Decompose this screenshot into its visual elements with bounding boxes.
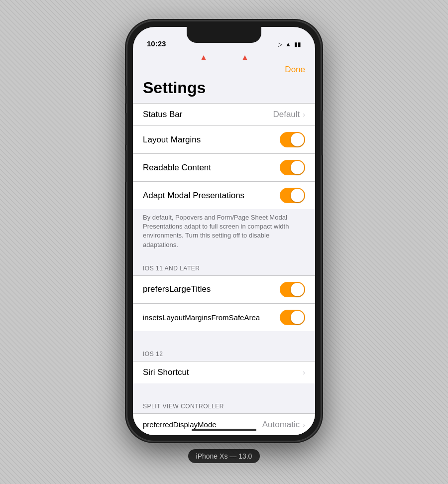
insets-layout-toggle[interactable] — [280, 310, 305, 325]
insets-layout-label: insetsLayoutMarginsFromSafeArea — [143, 313, 260, 322]
mute-button[interactable] — [125, 86, 127, 104]
ios12-header-label: IOS 12 — [143, 351, 163, 358]
preferred-display-mode-value: Automatic — [262, 420, 300, 430]
split-view-group: preferredDisplayMode Automatic › — [133, 413, 315, 435]
readable-content-label: Readable Content — [143, 163, 211, 173]
battery-icon: ▮▮ — [294, 41, 301, 48]
page-title-section: Settings — [133, 77, 315, 103]
status-bar-value: Default — [273, 110, 300, 120]
adapt-modal-toggle[interactable] — [280, 188, 305, 203]
siri-shortcut-label: Siri Shortcut — [143, 367, 189, 377]
prefers-large-titles-toggle[interactable] — [280, 282, 305, 297]
preferred-display-mode-label: preferredDisplayMode — [143, 420, 217, 429]
device-label: iPhone Xs — 13.0 — [188, 449, 260, 463]
screen-content[interactable]: Done Settings Status Bar Default › — [133, 62, 315, 435]
adapt-modal-label: Adapt Modal Presentations — [143, 191, 244, 201]
phone-device: 10:23 ▷ ▲ ▮▮ Done Setti — [127, 21, 321, 441]
phone-screen: 10:23 ▷ ▲ ▮▮ Done Setti — [133, 27, 315, 435]
ios12-header: IOS 12 — [133, 341, 315, 361]
status-icons: ▷ ▲ ▮▮ — [278, 41, 301, 48]
insets-layout-row[interactable]: insetsLayoutMarginsFromSafeArea — [133, 304, 315, 331]
layout-margins-row[interactable]: Layout Margins — [133, 126, 315, 154]
siri-shortcut-right: › — [303, 368, 305, 376]
adapt-description-section: By default, Popovers and Form/Page Sheet… — [133, 209, 315, 255]
siri-shortcut-row[interactable]: Siri Shortcut › — [133, 361, 315, 383]
arrow-up-right — [242, 55, 247, 60]
prefers-large-titles-row[interactable]: prefersLargeTitles — [133, 275, 315, 304]
spacer-1 — [133, 331, 315, 341]
done-bar: Done — [133, 62, 315, 77]
layout-margins-thumb — [291, 133, 304, 146]
spacer-2 — [133, 383, 315, 393]
home-indicator — [192, 429, 256, 431]
layout-margins-label: Layout Margins — [143, 135, 201, 145]
main-settings-group: Status Bar Default › Layout Margins — [133, 103, 315, 209]
notch — [187, 27, 261, 43]
wifi-icon: ▲ — [285, 41, 291, 48]
page-title: Settings — [143, 79, 305, 97]
split-view-header-label: SPLIT VIEW CONTROLLER — [143, 403, 224, 410]
resize-arrows — [133, 53, 315, 63]
location-icon: ▷ — [278, 41, 282, 48]
phone-frame: 10:23 ▷ ▲ ▮▮ Done Setti — [127, 21, 321, 441]
prefers-large-titles-thumb — [291, 283, 304, 296]
readable-content-thumb — [291, 161, 304, 174]
layout-margins-toggle[interactable] — [280, 132, 305, 147]
insets-layout-thumb — [291, 311, 304, 324]
volume-up-button[interactable] — [125, 113, 127, 145]
prefers-large-titles-label: prefersLargeTitles — [143, 284, 211, 294]
power-button[interactable] — [321, 111, 323, 155]
split-view-header: SPLIT VIEW CONTROLLER — [133, 393, 315, 413]
arrow-up-left — [201, 55, 206, 60]
adapt-modal-row[interactable]: Adapt Modal Presentations — [133, 182, 315, 209]
siri-shortcut-chevron: › — [303, 368, 305, 376]
readable-content-row[interactable]: Readable Content — [133, 154, 315, 182]
status-bar-label: Status Bar — [143, 110, 182, 120]
ios11-header-label: IOS 11 AND LATER — [143, 265, 200, 272]
ios11-header: IOS 11 AND LATER — [133, 255, 315, 275]
adapt-description: By default, Popovers and Form/Page Sheet… — [143, 213, 305, 249]
preferred-display-mode-chevron: › — [303, 421, 305, 429]
preferred-display-mode-right: Automatic › — [262, 420, 305, 430]
volume-down-button[interactable] — [125, 150, 127, 182]
status-bar-row[interactable]: Status Bar Default › — [133, 103, 315, 126]
adapt-modal-thumb — [291, 189, 304, 202]
ios11-group: prefersLargeTitles insetsLayoutMarginsFr… — [133, 275, 315, 331]
status-bar-right: Default › — [273, 110, 305, 120]
status-bar-chevron: › — [303, 111, 305, 119]
done-button[interactable]: Done — [285, 65, 305, 75]
ios12-group: Siri Shortcut › — [133, 361, 315, 383]
preferred-display-mode-row[interactable]: preferredDisplayMode Automatic › — [133, 413, 315, 435]
status-time: 10:23 — [147, 39, 166, 48]
readable-content-toggle[interactable] — [280, 160, 305, 175]
